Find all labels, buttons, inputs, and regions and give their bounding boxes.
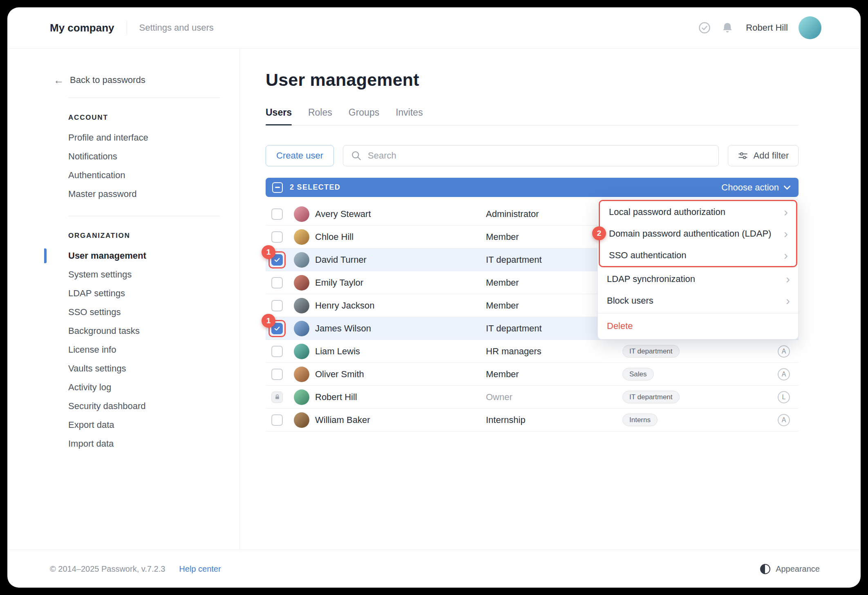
user-role: Owner <box>486 392 622 403</box>
back-to-passwords-link[interactable]: ← Back to passwords <box>54 75 220 85</box>
search-input[interactable] <box>343 145 719 166</box>
user-avatar <box>294 229 309 245</box>
select-all-checkbox[interactable] <box>272 182 283 193</box>
sidebar-divider <box>68 216 220 216</box>
choose-action-button[interactable]: Choose action <box>721 182 790 193</box>
user-avatar <box>294 412 309 428</box>
row-checkbox[interactable] <box>271 346 283 357</box>
search-box <box>343 145 719 166</box>
row-checkbox[interactable] <box>271 369 283 380</box>
menu-item-delete[interactable]: Delete <box>598 315 798 337</box>
header-divider <box>127 21 127 35</box>
sidebar-item-vaults-settings[interactable]: Vaults settings <box>54 359 220 378</box>
sidebar-item-system-settings[interactable]: System settings <box>54 265 220 284</box>
row-checkbox[interactable] <box>271 277 283 289</box>
user-avatar <box>294 344 309 359</box>
menu-item-local-password-authorization[interactable]: Local password authorization › <box>600 201 796 223</box>
user-role: HR managers <box>486 346 622 357</box>
user-avatar <box>294 321 309 336</box>
user-name: Chloe Hill <box>315 232 486 242</box>
user-avatar <box>294 298 309 313</box>
menu-item-label: SSO authentication <box>609 250 687 261</box>
menu-item-label: Delete <box>607 321 633 331</box>
user-name: Robert Hill <box>315 392 486 403</box>
sidebar: ← Back to passwords ACCOUNT Profile and … <box>7 49 240 550</box>
user-name: David Turner <box>315 255 486 265</box>
row-checkbox[interactable] <box>271 231 283 243</box>
app-window: My company Settings and users Robert Hil… <box>7 7 861 588</box>
choose-action-label: Choose action <box>721 182 779 193</box>
chevron-right-icon: › <box>786 273 790 285</box>
row-checkbox[interactable] <box>271 300 283 311</box>
tab-groups[interactable]: Groups <box>349 107 379 125</box>
sidebar-item-authentication[interactable]: Authentication <box>54 166 220 185</box>
sidebar-item-background-tasks[interactable]: Background tasks <box>54 322 220 340</box>
choose-action-menu: Local password authorization › Domain pa… <box>597 199 799 340</box>
sidebar-item-notifications[interactable]: Notifications <box>54 147 220 166</box>
auth-type-badge: A <box>778 345 790 358</box>
user-name: Henry Jackson <box>315 300 486 311</box>
user-badge-cell: L <box>774 391 794 403</box>
appearance-icon <box>760 564 770 574</box>
user-name: James Wilson <box>315 323 486 334</box>
user-tag-cell: Interns <box>622 414 774 426</box>
tab-invites[interactable]: Invites <box>396 107 423 125</box>
search-icon <box>351 150 362 161</box>
add-filter-button[interactable]: Add filter <box>728 145 799 166</box>
user-tag-cell: Sales <box>622 368 774 380</box>
body-layout: ← Back to passwords ACCOUNT Profile and … <box>7 49 861 550</box>
sidebar-item-security-dashboard[interactable]: Security dashboard <box>54 397 220 416</box>
group-tag: Sales <box>622 368 654 380</box>
row-checkbox[interactable] <box>271 208 283 220</box>
row-checkbox[interactable] <box>271 414 283 426</box>
header-user-name: Robert Hill <box>746 22 788 33</box>
menu-item-label: Domain password authentication (LDAP) <box>609 228 771 239</box>
auth-type-badge: A <box>778 414 790 426</box>
user-tag-cell: IT department <box>622 345 774 358</box>
sidebar-item-user-management[interactable]: User management <box>54 246 220 265</box>
sidebar-item-license-info[interactable]: License info <box>54 340 220 359</box>
user-avatar <box>294 389 309 405</box>
user-avatar <box>294 206 309 222</box>
header-avatar[interactable] <box>799 16 821 39</box>
sidebar-item-activity-log[interactable]: Activity log <box>54 378 220 397</box>
table-row[interactable]: Robert Hill Owner IT department L <box>266 386 799 409</box>
table-row[interactable]: Oliver Smith Member Sales A <box>266 363 799 386</box>
help-center-link[interactable]: Help center <box>179 564 221 574</box>
menu-item-ldap-synchronization[interactable]: LDAP synchronization › <box>598 268 798 290</box>
page-title: User management <box>266 70 799 90</box>
menu-item-block-users[interactable]: Block users › <box>598 290 798 311</box>
sidebar-divider <box>68 98 220 98</box>
table-row[interactable]: William Baker Internship Interns A <box>266 409 799 432</box>
user-avatar <box>294 252 309 268</box>
annotation-badge: 1 <box>262 314 275 328</box>
chevron-right-icon: › <box>784 228 788 240</box>
tab-roles[interactable]: Roles <box>308 107 332 125</box>
chevron-down-icon <box>784 186 790 190</box>
lock-icon <box>274 394 280 400</box>
annotation-highlight-group: Local password authorization › Domain pa… <box>599 200 797 267</box>
sidebar-item-sso-settings[interactable]: SSO settings <box>54 303 220 322</box>
user-role: Internship <box>486 415 622 425</box>
sidebar-item-profile-and-interface[interactable]: Profile and interface <box>54 128 220 147</box>
sidebar-item-ldap-settings[interactable]: LDAP settings <box>54 284 220 303</box>
users-table: Avery Stewart Administrator Chloe Hill M… <box>266 203 799 432</box>
create-user-button[interactable]: Create user <box>266 145 334 166</box>
menu-item-sso-authentication[interactable]: SSO authentication › <box>600 244 796 266</box>
appearance-label: Appearance <box>776 564 820 574</box>
check-circle-icon[interactable] <box>698 22 711 34</box>
locked-checkbox <box>271 391 283 403</box>
appearance-toggle[interactable]: Appearance <box>760 564 820 574</box>
sidebar-item-export-data[interactable]: Export data <box>54 416 220 434</box>
table-row[interactable]: Liam Lewis HR managers IT department A <box>266 340 799 363</box>
bell-icon[interactable] <box>721 22 734 34</box>
user-role: Member <box>486 369 622 380</box>
menu-item-domain-password-authentication-ldap[interactable]: Domain password authentication (LDAP) › <box>600 223 796 244</box>
sidebar-item-import-data[interactable]: Import data <box>54 434 220 453</box>
user-name: Oliver Smith <box>315 369 486 380</box>
top-bar-left: My company Settings and users <box>50 21 214 35</box>
sidebar-item-master-password[interactable]: Master password <box>54 185 220 204</box>
tab-users[interactable]: Users <box>266 107 292 125</box>
sidebar-section-organization: ORGANIZATION <box>68 232 220 240</box>
selection-bar: 2 SELECTED Choose action <box>266 178 799 197</box>
